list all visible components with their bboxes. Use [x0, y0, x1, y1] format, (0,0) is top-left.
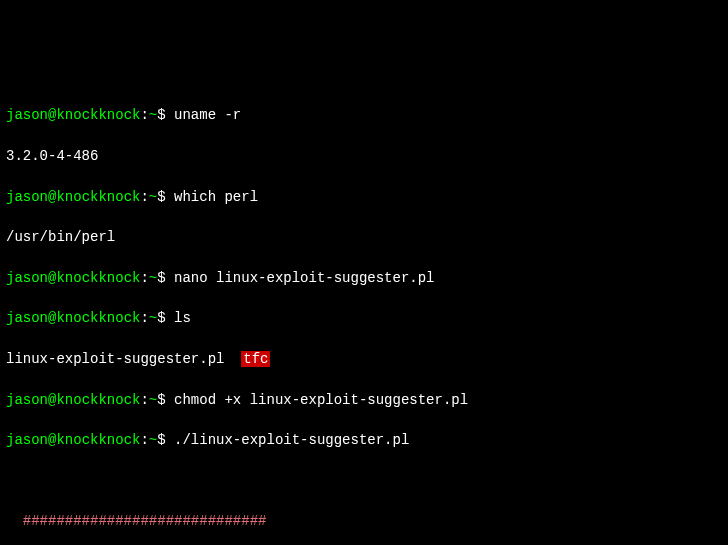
command-chmod: chmod +x linux-exploit-suggester.pl	[174, 392, 468, 408]
ls-file-pl: linux-exploit-suggester.pl	[6, 351, 224, 367]
output-which: /usr/bin/perl	[6, 227, 722, 247]
output-uname: 3.2.0-4-486	[6, 146, 722, 166]
prompt-line-2: jason@knockknock:~$ which perl	[6, 187, 722, 207]
prompt-line-3: jason@knockknock:~$ nano linux-exploit-s…	[6, 268, 722, 288]
banner-top: #############################	[6, 511, 722, 531]
prompt-line-6: jason@knockknock:~$ ./linux-exploit-sugg…	[6, 430, 722, 450]
command-uname: uname -r	[174, 107, 241, 123]
command-run-script: ./linux-exploit-suggester.pl	[174, 432, 409, 448]
output-ls: linux-exploit-suggester.pl tfc	[6, 349, 722, 369]
command-ls: ls	[174, 310, 191, 326]
prompt-host: knockknock	[56, 107, 140, 123]
terminal-output[interactable]: jason@knockknock:~$ uname -r 3.2.0-4-486…	[6, 85, 722, 545]
prompt-line-5: jason@knockknock:~$ chmod +x linux-explo…	[6, 390, 722, 410]
command-which: which perl	[174, 189, 258, 205]
command-nano: nano linux-exploit-suggester.pl	[174, 270, 434, 286]
prompt-line-1: jason@knockknock:~$ uname -r	[6, 105, 722, 125]
prompt-user: jason	[6, 107, 48, 123]
blank-line	[6, 471, 722, 491]
prompt-line-4: jason@knockknock:~$ ls	[6, 308, 722, 328]
ls-file-tfc: tfc	[241, 351, 270, 367]
